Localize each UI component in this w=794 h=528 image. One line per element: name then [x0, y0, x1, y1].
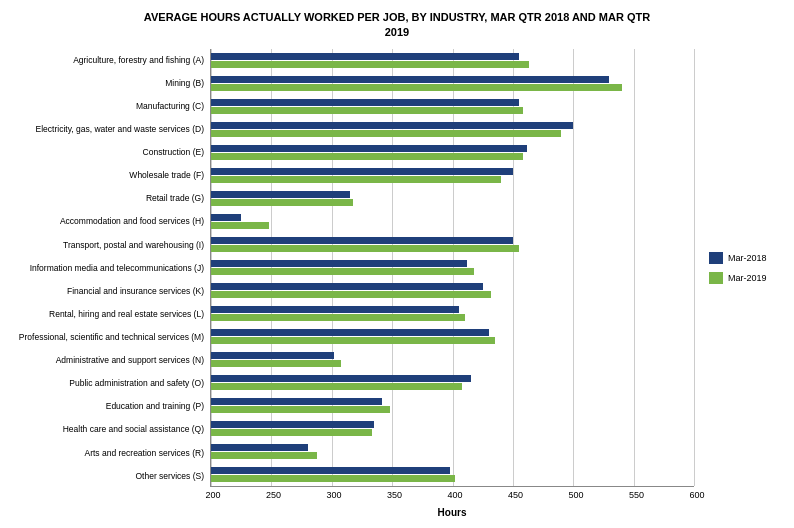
y-label: Transport, postal and warehousing (I) [10, 235, 210, 255]
y-axis-labels: Agriculture, forestry and fishing (A)Min… [10, 49, 210, 518]
chart-title: AVERAGE HOURS ACTUALLY WORKED PER JOB, B… [10, 10, 784, 41]
bar-row [211, 349, 694, 369]
y-label: Mining (B) [10, 73, 210, 93]
bar-2019 [211, 475, 455, 482]
bar-2019 [211, 452, 317, 459]
bar-row [211, 464, 694, 484]
title-line1: AVERAGE HOURS ACTUALLY WORKED PER JOB, B… [144, 11, 650, 23]
bar-row [211, 395, 694, 415]
bar-2019 [211, 130, 561, 137]
bar-2018 [211, 214, 241, 221]
y-label: Administrative and support services (N) [10, 351, 210, 371]
bar-2018 [211, 168, 513, 175]
title-line2: 2019 [385, 26, 409, 38]
bar-2019 [211, 107, 523, 114]
y-label: Other services (S) [10, 466, 210, 486]
bar-2018 [211, 421, 374, 428]
y-label: Education and training (P) [10, 397, 210, 417]
bar-row [211, 211, 694, 231]
bar-row [211, 234, 694, 254]
bar-2019 [211, 314, 465, 321]
y-label: Wholesale trade (F) [10, 166, 210, 186]
bars-grid [210, 49, 694, 487]
bar-row [211, 372, 694, 392]
bar-row [211, 441, 694, 461]
bar-2018 [211, 283, 483, 290]
y-label: Health care and social assistance (Q) [10, 420, 210, 440]
rows-container [211, 49, 694, 486]
bar-row [211, 303, 694, 323]
y-label: Arts and recreation services (R) [10, 443, 210, 463]
bar-2019 [211, 153, 523, 160]
bar-2018 [211, 329, 489, 336]
x-axis-label: 600 [682, 490, 712, 500]
x-axis-title: Hours [210, 507, 694, 518]
y-label: Financial and insurance services (K) [10, 281, 210, 301]
bar-row [211, 326, 694, 346]
bar-row [211, 165, 694, 185]
chart-container: AVERAGE HOURS ACTUALLY WORKED PER JOB, B… [0, 0, 794, 528]
chart-body: Agriculture, forestry and fishing (A)Min… [10, 49, 784, 518]
bar-2019 [211, 84, 622, 91]
y-label: Construction (E) [10, 143, 210, 163]
bar-2018 [211, 398, 382, 405]
bar-2018 [211, 53, 519, 60]
bar-2018 [211, 467, 450, 474]
bar-row [211, 142, 694, 162]
y-label: Agriculture, forestry and fishing (A) [10, 50, 210, 70]
x-axis-label: 350 [380, 490, 410, 500]
legend-label: Mar-2019 [728, 273, 767, 283]
y-label: Electricity, gas, water and waste servic… [10, 120, 210, 140]
bar-2018 [211, 375, 471, 382]
bars-area: 200250300350400450500550600 Hours [210, 49, 694, 518]
bar-2019 [211, 406, 390, 413]
bar-2019 [211, 291, 491, 298]
x-axis-label: 450 [501, 490, 531, 500]
bar-2019 [211, 245, 519, 252]
legend-label: Mar-2018 [728, 253, 767, 263]
bar-row [211, 119, 694, 139]
bar-2018 [211, 191, 350, 198]
x-axis-label: 400 [440, 490, 470, 500]
bar-2019 [211, 360, 341, 367]
legend-color-box [709, 272, 723, 284]
legend-color-box [709, 252, 723, 264]
bar-2018 [211, 76, 609, 83]
legend-area: Mar-2018Mar-2019 [694, 49, 784, 518]
bar-row [211, 188, 694, 208]
y-label: Rental, hiring and real estate services … [10, 305, 210, 325]
x-axis-label: 250 [259, 490, 289, 500]
bar-row [211, 257, 694, 277]
bar-2019 [211, 429, 372, 436]
bar-2018 [211, 444, 308, 451]
bar-2018 [211, 306, 459, 313]
y-label: Information media and telecommunications… [10, 258, 210, 278]
bar-2018 [211, 260, 467, 267]
bar-2019 [211, 268, 474, 275]
y-label: Retail trade (G) [10, 189, 210, 209]
bar-row [211, 96, 694, 116]
legend-item: Mar-2019 [709, 272, 767, 284]
x-axis-label: 550 [622, 490, 652, 500]
legend-item: Mar-2018 [709, 252, 767, 264]
bar-2019 [211, 61, 529, 68]
x-axis-label: 200 [198, 490, 228, 500]
bar-row [211, 280, 694, 300]
bar-2018 [211, 99, 519, 106]
bar-2018 [211, 122, 573, 129]
bar-row [211, 73, 694, 93]
bar-2019 [211, 176, 501, 183]
x-axis-label: 300 [319, 490, 349, 500]
y-label: Manufacturing (C) [10, 97, 210, 117]
bar-2019 [211, 383, 462, 390]
bar-2019 [211, 199, 353, 206]
bar-2019 [211, 222, 269, 229]
bar-2018 [211, 145, 527, 152]
bar-row [211, 418, 694, 438]
y-label: Professional, scientific and technical s… [10, 328, 210, 348]
bar-2019 [211, 337, 495, 344]
bar-2018 [211, 237, 513, 244]
y-label: Accommodation and food services (H) [10, 212, 210, 232]
bar-2018 [211, 352, 334, 359]
bar-row [211, 50, 694, 70]
